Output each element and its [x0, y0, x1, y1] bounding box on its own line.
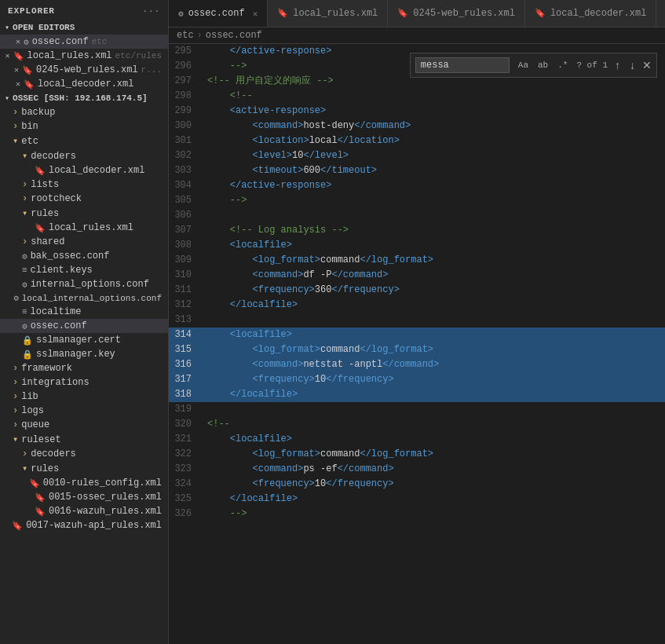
line-number: 313 — [169, 313, 204, 327]
tree-item-ossec-conf[interactable]: ⚙ ossec.conf — [0, 319, 168, 333]
tree-item-internal-options[interactable]: ⚙ internal_options.conf — [0, 277, 168, 291]
line-number: 305 — [169, 193, 204, 208]
folder-arrow-rootcheck: › — [22, 193, 27, 204]
line-content: <log_format>command</log_format> — [204, 342, 665, 357]
tree-item-local-decoder-xml[interactable]: 🔖 local_decoder.xml — [0, 163, 168, 177]
xml-icon-0016: 🔖 — [35, 507, 46, 517]
line-number: 297 — [169, 74, 204, 89]
tab-close-ossec[interactable]: ✕ — [253, 9, 258, 19]
sidebar-title: EXPLORER — [8, 6, 55, 16]
line-content: <localfile> — [204, 327, 665, 342]
tree-item-framework[interactable]: › framework — [0, 361, 168, 375]
tree-item-0017[interactable]: 🔖 0017-wazuh-api_rules.xml — [0, 518, 168, 532]
folder-arrow-ruleset: ▾ — [13, 434, 18, 445]
tab-0245[interactable]: 🔖 0245-web_rules.xml — [388, 0, 525, 27]
line-number: 307 — [169, 223, 204, 238]
tree-item-ruleset[interactable]: ▾ ruleset — [0, 432, 168, 447]
tree-item-ruleset-decoders[interactable]: › decoders — [0, 447, 168, 461]
open-editor-local-rules[interactable]: ✕ 🔖 local_rules.xml etc/rules — [0, 49, 168, 63]
find-close-button[interactable]: ✕ — [642, 59, 652, 71]
code-line-305: 305 --> — [169, 193, 665, 208]
close-icon[interactable]: ✕ — [16, 37, 20, 46]
folder-arrow-shared: › — [22, 236, 27, 247]
close-icon-4[interactable]: ✕ — [16, 79, 20, 89]
folder-label-rules: rules — [31, 208, 59, 219]
line-content — [204, 313, 665, 327]
open-editor-0245-label: 0245-web_rules.xml — [36, 64, 138, 75]
line-number: 322 — [169, 447, 204, 462]
find-prev-button[interactable]: ↑ — [612, 59, 623, 71]
breadcrumb: etc › ossec.conf — [169, 27, 665, 44]
find-case-sensitive[interactable]: Aa — [514, 59, 532, 71]
file-label-local-rules: local_rules.xml — [49, 222, 133, 233]
tree-item-bak-ossec[interactable]: ⚙ bak_ossec.conf — [0, 249, 168, 263]
code-line-325: 325 </localfile> — [169, 492, 665, 507]
tree-item-local-internal[interactable]: ⚙ local_internal_options.conf — [0, 291, 168, 305]
code-editor[interactable]: 295 </active-response>296 -->297<!-- 用户自… — [169, 44, 665, 644]
folder-arrow-decoders: ▾ — [22, 150, 27, 162]
find-count: ? of 1 — [576, 60, 608, 70]
code-line-309: 309 <log_format>command</log_format> — [169, 253, 665, 268]
tree-item-backup[interactable]: › backup — [0, 105, 168, 119]
tree-item-shared[interactable]: › shared — [0, 235, 168, 249]
find-whole-word[interactable]: ab — [534, 59, 552, 71]
tree-item-sslmanager-key[interactable]: 🔒 sslmanager.key — [0, 347, 168, 361]
tree-item-queue[interactable]: › queue — [0, 418, 168, 432]
line-content: --> — [204, 193, 665, 208]
open-editors-section: ▾ OPEN EDITORS ✕ ⚙ ossec.conf etc ✕ 🔖 lo… — [0, 20, 168, 91]
folder-arrow-logs: › — [13, 405, 18, 416]
tree-item-local-rules-xml[interactable]: 🔖 local_rules.xml — [0, 221, 168, 235]
code-line-308: 308 <localfile> — [169, 238, 665, 253]
line-number: 302 — [169, 148, 204, 163]
tree-item-client-keys[interactable]: ≡ client.keys — [0, 263, 168, 277]
find-options: Aa ab .* — [514, 59, 572, 71]
code-line-317: 317 <frequency>10</frequency> — [169, 372, 665, 387]
code-lines: 295 </active-response>296 -->297<!-- 用户自… — [169, 44, 665, 521]
file-label-ossec-conf: ossec.conf — [31, 320, 87, 331]
tab-local-decoder[interactable]: 🔖 local_decoder.xml — [525, 0, 656, 27]
find-input[interactable] — [415, 57, 510, 73]
tree-item-sslmanager-cert[interactable]: 🔒 sslmanager.cert — [0, 333, 168, 347]
tree-item-bin[interactable]: › bin — [0, 119, 168, 134]
code-line-303: 303 <timeout>600</timeout> — [169, 163, 665, 178]
tree-item-lib[interactable]: › lib — [0, 390, 168, 404]
more-icon[interactable]: ··· — [143, 6, 160, 16]
tree-item-rootcheck[interactable]: › rootcheck — [0, 192, 168, 206]
tab-local-rules[interactable]: 🔖 local_rules.xml — [268, 0, 388, 27]
tree-item-logs[interactable]: › logs — [0, 404, 168, 418]
line-number: 300 — [169, 119, 204, 134]
tree-item-etc[interactable]: ▾ etc — [0, 134, 168, 148]
line-content: <frequency>10</frequency> — [204, 372, 665, 387]
tree-item-0016[interactable]: 🔖 0016-wazuh_rules.xml — [0, 504, 168, 518]
tree-item-decoders[interactable]: ▾ decoders — [0, 148, 168, 163]
tree-item-0010[interactable]: 🔖 0010-rules_config.xml — [0, 476, 168, 490]
tree-item-0015[interactable]: 🔖 0015-ossec_rules.xml — [0, 490, 168, 504]
open-editor-0245[interactable]: ✕ 🔖 0245-web_rules.xml r... — [0, 63, 168, 77]
tab-ossec-conf[interactable]: ⚙ ossec.conf ✕ — [169, 0, 268, 27]
find-regex[interactable]: .* — [554, 59, 572, 71]
tree-item-rules[interactable]: ▾ rules — [0, 206, 168, 221]
ossec-section-label: OSSEC [SSH: 192.168.174.5] — [13, 93, 148, 103]
breadcrumb-etc[interactable]: etc — [177, 30, 194, 41]
open-editor-local-decoder[interactable]: ✕ 🔖 local_decoder.xml — [0, 77, 168, 91]
tab-gear-icon: ⚙ — [178, 9, 184, 19]
close-icon-3[interactable]: ✕ — [14, 65, 19, 75]
tree-item-localtime[interactable]: ≡ localtime — [0, 305, 168, 319]
close-icon-2[interactable]: ✕ — [5, 51, 10, 60]
find-next-button[interactable]: ↓ — [627, 59, 638, 71]
folder-label-bin: bin — [21, 121, 38, 132]
tree-item-integrations[interactable]: › integrations — [0, 375, 168, 390]
tree-item-ruleset-rules[interactable]: ▾ rules — [0, 461, 168, 476]
open-editor-ossec-conf[interactable]: ✕ ⚙ ossec.conf etc — [0, 35, 168, 49]
ossec-section-title[interactable]: ▾ OSSEC [SSH: 192.168.174.5] — [0, 91, 168, 105]
folder-label-ruleset-rules: rules — [31, 463, 59, 474]
line-content: <timeout>600</timeout> — [204, 163, 665, 178]
breadcrumb-ossec-conf[interactable]: ossec.conf — [206, 30, 262, 41]
open-editors-title[interactable]: ▾ OPEN EDITORS — [0, 20, 168, 35]
folder-label-lists: lists — [31, 179, 59, 190]
open-editors-arrow: ▾ — [5, 23, 9, 32]
tab-xml-icon-1: 🔖 — [277, 8, 288, 18]
tree-item-lists[interactable]: › lists — [0, 177, 168, 192]
line-content: --> — [204, 507, 665, 521]
code-line-312: 312 </localfile> — [169, 298, 665, 313]
